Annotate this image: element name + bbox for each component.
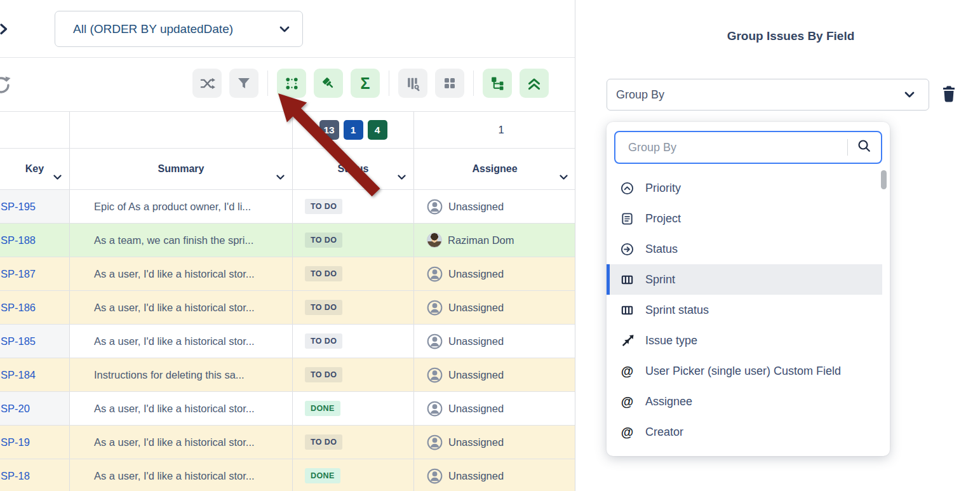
- issue-type-icon: [620, 333, 634, 347]
- issue-key-link[interactable]: SP-19: [0, 436, 30, 448]
- assignee-cell[interactable]: Unassigned: [414, 257, 575, 290]
- status-cell[interactable]: TO DO: [293, 325, 414, 358]
- summary-cell[interactable]: As a team, we can finish the spri...: [70, 224, 293, 257]
- issue-key-link[interactable]: SP-18: [0, 470, 30, 482]
- sum-sigma-button[interactable]: Σ: [351, 69, 380, 98]
- table-row[interactable]: SP-185 As a user, I'd like a historical …: [0, 325, 575, 358]
- table-row[interactable]: SP-188 As a team, we can finish the spri…: [0, 224, 575, 257]
- issue-key-link[interactable]: SP-186: [0, 302, 36, 314]
- group-by-select[interactable]: Group By: [607, 79, 929, 111]
- table-row[interactable]: SP-184 Instructions for deleting this sa…: [0, 358, 575, 392]
- clear-grouping-button[interactable]: [941, 85, 957, 104]
- chevron-down-icon[interactable]: [398, 171, 406, 182]
- field-option-status[interactable]: Status: [607, 234, 882, 264]
- field-option-project[interactable]: Project: [607, 203, 882, 234]
- assignee-cell[interactable]: Raziman Dom: [414, 224, 575, 257]
- summary-cell[interactable]: As a user, I'd like a historical stor...: [70, 325, 293, 358]
- assignee-cell[interactable]: Unassigned: [414, 291, 575, 324]
- key-cell: SP-184: [0, 358, 70, 391]
- filter-button[interactable]: [229, 69, 258, 98]
- column-header-status[interactable]: Status: [293, 149, 414, 189]
- status-cell[interactable]: TO DO: [293, 190, 414, 223]
- issue-key-link[interactable]: SP-184: [0, 369, 36, 381]
- dropdown-scrollbar[interactable]: [881, 170, 887, 189]
- avatar: [427, 232, 442, 248]
- table-row[interactable]: SP-186 As a user, I'd like a historical …: [0, 291, 575, 325]
- issue-summary: Instructions for deleting this sa...: [70, 369, 245, 381]
- refresh-icon[interactable]: [0, 74, 13, 99]
- field-option-creator[interactable]: @ Creator: [607, 417, 882, 447]
- saved-filter-select[interactable]: All (ORDER BY updatedDate): [55, 11, 303, 47]
- priority-icon: [620, 181, 634, 196]
- field-option-priority[interactable]: Priority: [607, 173, 882, 203]
- status-chip[interactable]: DONE: [305, 401, 340, 416]
- field-option-sprint[interactable]: Sprint: [607, 264, 882, 295]
- status-cell[interactable]: DONE: [293, 392, 414, 425]
- field-search-box[interactable]: [614, 131, 882, 164]
- field-option-issue-type[interactable]: Issue type: [607, 325, 882, 356]
- table-row[interactable]: SP-187 As a user, I'd like a historical …: [0, 257, 575, 291]
- field-option-label: Project: [645, 212, 681, 225]
- field-option-assignee[interactable]: @ Assignee: [607, 386, 882, 417]
- shuffle-button[interactable]: [192, 69, 222, 98]
- field-search-input[interactable]: [627, 140, 847, 155]
- expand-sidebar-chevron-icon[interactable]: [0, 24, 8, 37]
- issue-key-link[interactable]: SP-195: [0, 201, 36, 213]
- status-chip[interactable]: TO DO: [305, 232, 342, 248]
- assignee-cell[interactable]: Unassigned: [414, 392, 575, 425]
- table-row[interactable]: SP-20 As a user, I'd like a historical s…: [0, 392, 575, 426]
- column-header-assignee[interactable]: Assignee: [414, 149, 575, 189]
- status-cell[interactable]: TO DO: [293, 224, 414, 257]
- field-option-sprint-status[interactable]: Sprint status: [607, 295, 882, 325]
- table-row[interactable]: SP-18 As a user, I'd like a historical s…: [0, 459, 575, 491]
- key-cell: SP-186: [0, 291, 70, 324]
- assignee-cell[interactable]: Unassigned: [414, 190, 575, 223]
- status-cell[interactable]: TO DO: [293, 291, 414, 324]
- field-option-user-picker-single-user-custom-field[interactable]: @ User Picker (single user) Custom Field: [607, 356, 882, 386]
- summary-cell[interactable]: As a user, I'd like a historical stor...: [70, 426, 293, 459]
- status-chip[interactable]: TO DO: [305, 434, 342, 450]
- status-cell[interactable]: TO DO: [293, 257, 414, 290]
- status-chip[interactable]: DONE: [305, 468, 340, 483]
- status-chip[interactable]: TO DO: [305, 300, 342, 315]
- assignee-cell[interactable]: Unassigned: [414, 459, 575, 491]
- sprint-icon: [620, 303, 634, 318]
- status-chip[interactable]: TO DO: [305, 199, 342, 214]
- group-by-button[interactable]: [277, 69, 306, 98]
- summary-cell[interactable]: As a user, I'd like a historical stor...: [70, 459, 293, 491]
- assignee-name: Unassigned: [448, 403, 504, 415]
- table-row[interactable]: SP-195 Epic of As a product owner, I'd l…: [0, 190, 575, 224]
- column-header-summary[interactable]: Summary: [70, 149, 293, 189]
- status-cell[interactable]: TO DO: [293, 358, 414, 391]
- status-chip[interactable]: TO DO: [305, 333, 342, 349]
- assignee-cell[interactable]: Unassigned: [414, 358, 575, 391]
- summary-cell[interactable]: As a user, I'd like a historical stor...: [70, 291, 293, 324]
- assignee-name: Unassigned: [448, 470, 504, 482]
- grid-button[interactable]: [435, 69, 464, 98]
- paint-brush-button[interactable]: [314, 69, 343, 98]
- chevron-down-icon[interactable]: [53, 171, 62, 182]
- issue-key-link[interactable]: SP-20: [0, 403, 30, 415]
- summary-cell[interactable]: As a user, I'd like a historical stor...: [70, 257, 293, 290]
- chevron-down-icon[interactable]: [276, 171, 285, 182]
- summary-cell[interactable]: As a user, I'd like a historical stor...: [70, 392, 293, 425]
- status-chip[interactable]: TO DO: [305, 266, 342, 281]
- issue-key-link[interactable]: SP-185: [0, 335, 36, 347]
- search-icon[interactable]: [857, 138, 872, 156]
- status-cell[interactable]: DONE: [293, 459, 414, 491]
- issue-key-link[interactable]: SP-187: [0, 268, 36, 280]
- tree-view-button[interactable]: [483, 69, 512, 98]
- assignee-cell[interactable]: Unassigned: [414, 325, 575, 358]
- status-chip[interactable]: TO DO: [305, 367, 342, 382]
- summary-cell[interactable]: Instructions for deleting this sa...: [70, 358, 293, 391]
- summary-cell[interactable]: Epic of As a product owner, I'd li...: [70, 190, 293, 223]
- status-cell[interactable]: TO DO: [293, 426, 414, 459]
- column-header-key[interactable]: Key: [0, 149, 70, 189]
- group-stats-row: 1314 1: [0, 112, 575, 149]
- assignee-cell[interactable]: Unassigned: [414, 426, 575, 459]
- table-row[interactable]: SP-19 As a user, I'd like a historical s…: [0, 426, 575, 459]
- collapse-all-button[interactable]: [520, 69, 549, 98]
- column-settings-button[interactable]: [398, 69, 427, 98]
- issue-key-link[interactable]: SP-188: [0, 234, 36, 246]
- chevron-down-icon[interactable]: [560, 171, 568, 182]
